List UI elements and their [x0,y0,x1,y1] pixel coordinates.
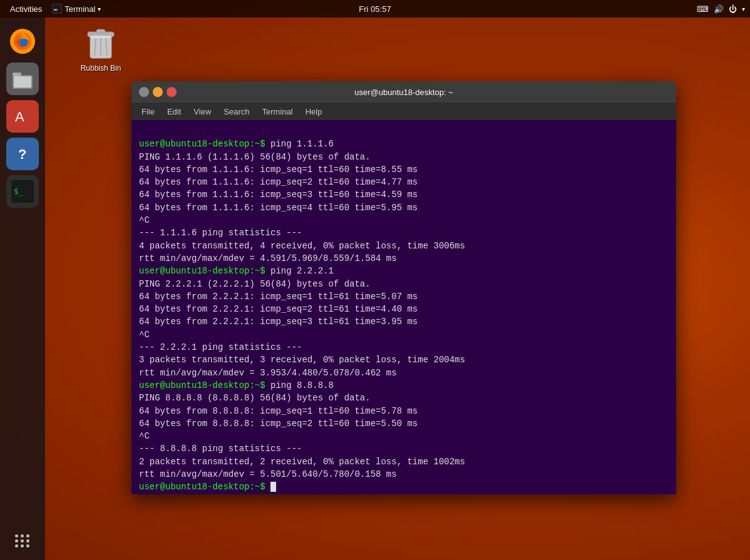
dot-7 [15,544,18,547]
dot-4 [15,539,18,542]
menu-view[interactable]: View [188,106,216,118]
output-5: 64 bytes from 1.1.1.6: icmp_seq=4 ttl=60… [139,203,418,213]
output-9: rtt min/avg/max/mdev = 4.591/5.969/8.559… [139,253,397,263]
svg-rect-7 [14,76,31,88]
terminal-window: – □ ✕ user@ubuntu18-desktop: ~ File Edit… [131,81,676,494]
dot-8 [21,544,24,547]
terminal-app-icon: ▬ [52,4,62,14]
dot-9 [26,544,29,547]
window-controls: – □ ✕ [139,87,177,97]
dot-2 [21,534,24,537]
output-11: 64 bytes from 2.2.2.1: icmp_seq=1 ttl=61… [139,292,418,302]
output-1: PING 1.1.1.6 (1.1.1.6) 56(84) bytes of d… [139,152,371,162]
prompt-3: user@ubuntu18-desktop:~$ [139,380,265,390]
svg-rect-17 [96,29,105,33]
output-14: ^C [139,330,150,340]
minimize-button[interactable]: – [139,87,149,97]
app-menu-label[interactable]: Terminal [64,4,95,14]
dock: A ? $_ [0,18,45,560]
menu-search[interactable]: Search [218,106,254,118]
rubbish-bin-label: Rubbish Bin [81,64,121,73]
output-6: ^C [139,215,150,225]
output-24: rtt min/avg/max/mdev = 5.501/5.640/5.780… [139,469,397,479]
menu-edit[interactable]: Edit [162,106,186,118]
prompt-4: user@ubuntu18-desktop:~$ [139,482,270,492]
dot-5 [21,539,24,542]
output-8: 4 packets transmitted, 4 received, 0% pa… [139,241,465,251]
svg-text:?: ? [18,146,26,162]
activities-button[interactable]: Activities [5,4,47,14]
menu-terminal[interactable]: Terminal [257,106,298,118]
cmd-2: ping 2.2.2.1 [265,266,334,276]
app-menu-arrow: ▾ [98,6,101,13]
svg-text:▬: ▬ [54,6,58,13]
output-4: 64 bytes from 1.1.1.6: icmp_seq=3 ttl=60… [139,190,418,200]
rubbish-bin-image [83,26,118,61]
dock-item-firefox[interactable] [6,25,39,58]
output-17: rtt min/avg/max/mdev = 3.953/4.480/5.078… [139,368,397,378]
dot-6 [26,539,29,542]
terminal-title: user@ubuntu18-desktop: ~ [354,88,453,97]
cmd-1: ping 1.1.1.6 [265,139,334,149]
menu-file[interactable]: File [136,106,160,118]
keyboard-icon[interactable]: ⌨ [697,4,709,14]
output-19: 64 bytes from 8.8.8.8: icmp_seq=1 ttl=60… [139,406,418,416]
prompt-1: user@ubuntu18-desktop:~$ [139,139,265,149]
topbar: Activities ▬ Terminal ▾ Fri 05:57 ⌨ 🔊 ⏻ … [0,0,750,18]
output-23: 2 packets transmitted, 2 received, 0% pa… [139,457,465,467]
svg-text:A: A [15,109,24,125]
svg-rect-21 [90,36,111,38]
output-7: --- 1.1.1.6 ping statistics --- [139,228,302,238]
output-13: 64 bytes from 2.2.2.1: icmp_seq=3 ttl=61… [139,317,418,327]
output-2: 64 bytes from 1.1.1.6: icmp_seq=1 ttl=60… [139,165,418,175]
dock-item-terminal[interactable]: $_ [6,175,39,208]
desktop: Activities ▬ Terminal ▾ Fri 05:57 ⌨ 🔊 ⏻ … [0,0,750,560]
system-menu-arrow[interactable]: ▾ [742,6,745,13]
output-10: PING 2.2.2.1 (2.2.2.1) 56(84) bytes of d… [139,279,371,289]
svg-rect-6 [13,73,21,76]
maximize-button[interactable]: □ [153,87,163,97]
close-button[interactable]: ✕ [167,87,177,97]
datetime-display: Fri 05:57 [359,4,391,14]
output-21: ^C [139,431,150,441]
terminal-menubar: File Edit View Search Terminal Help [131,103,676,120]
output-22: --- 8.8.8.8 ping statistics --- [139,444,302,454]
output-12: 64 bytes from 2.2.2.1: icmp_seq=2 ttl=61… [139,304,418,314]
cmd-3: ping 8.8.8.8 [265,380,334,390]
output-3: 64 bytes from 1.1.1.6: icmp_seq=2 ttl=60… [139,177,418,187]
dock-item-files[interactable] [6,63,39,95]
output-18: PING 8.8.8.8 (8.8.8.8) 56(84) bytes of d… [139,393,371,403]
terminal-titlebar: – □ ✕ user@ubuntu18-desktop: ~ [131,81,676,103]
svg-text:$_: $_ [14,186,24,196]
volume-icon[interactable]: 🔊 [714,4,724,14]
prompt-2: user@ubuntu18-desktop:~$ [139,266,265,276]
app-menu[interactable]: ▬ Terminal ▾ [52,4,101,14]
terminal-content[interactable]: user@ubuntu18-desktop:~$ ping 1.1.1.6 PI… [131,120,676,494]
output-16: 3 packets transmitted, 3 received, 0% pa… [139,355,465,365]
rubbish-bin-icon[interactable]: Rubbish Bin [73,26,129,73]
power-icon[interactable]: ⏻ [729,4,737,14]
dock-item-appstore[interactable]: A [6,100,39,133]
dot-3 [26,534,29,537]
cursor-blink [270,482,276,492]
menu-help[interactable]: Help [301,106,327,118]
output-20: 64 bytes from 8.8.8.8: icmp_seq=2 ttl=60… [139,419,418,429]
output-15: --- 2.2.2.1 ping statistics --- [139,342,302,352]
dock-apps-grid[interactable] [15,534,30,547]
dot-1 [15,534,18,537]
dock-item-help[interactable]: ? [6,138,39,170]
